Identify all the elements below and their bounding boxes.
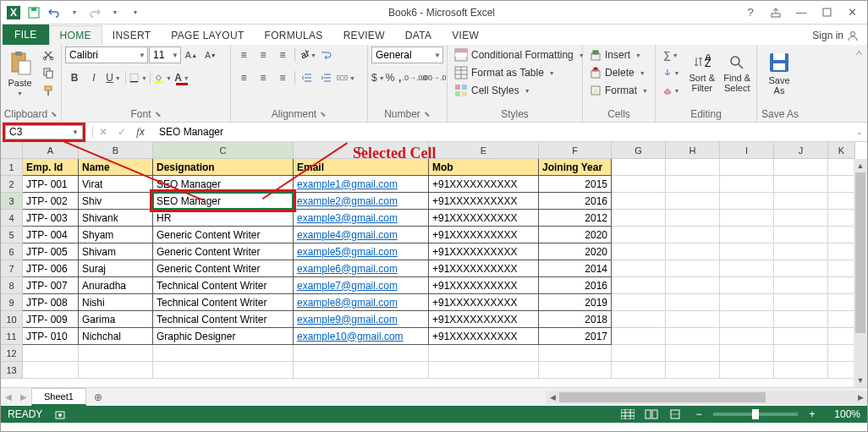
- cell-E11[interactable]: +91XXXXXXXXXX: [429, 328, 539, 345]
- cell-K6[interactable]: [828, 243, 855, 260]
- cell-B5[interactable]: Shyam: [79, 227, 153, 243]
- col-header-K[interactable]: K: [828, 142, 855, 159]
- cell-A13[interactable]: [23, 362, 79, 379]
- cell-H13[interactable]: [666, 362, 720, 379]
- ribbon-options-icon[interactable]: [764, 3, 788, 22]
- cell-B9[interactable]: Nishi: [79, 294, 153, 311]
- cell-I2[interactable]: [720, 176, 774, 193]
- cell-A9[interactable]: JTP- 008: [23, 294, 79, 311]
- fx-icon[interactable]: fx: [132, 124, 149, 139]
- cell-A2[interactable]: JTP- 001: [23, 176, 79, 193]
- cell-C4[interactable]: HR: [153, 210, 294, 227]
- cell-C1[interactable]: Designation: [153, 159, 294, 176]
- cell-B2[interactable]: Virat: [79, 176, 153, 193]
- cell-A3[interactable]: JTP- 002: [23, 193, 79, 210]
- row-header-1[interactable]: 1: [1, 159, 23, 176]
- cell-G5[interactable]: [612, 227, 666, 243]
- cell-K1[interactable]: [828, 159, 855, 176]
- cell-E7[interactable]: +91XXXXXXXXXX: [429, 260, 539, 277]
- cell-E13[interactable]: [429, 362, 539, 379]
- cell-G3[interactable]: [612, 193, 666, 210]
- zoom-level[interactable]: 100%: [827, 408, 860, 420]
- cell-C11[interactable]: Graphic Designer: [153, 328, 294, 345]
- bold-icon[interactable]: B: [65, 69, 84, 86]
- cell-I8[interactable]: [720, 277, 774, 294]
- font-color-icon[interactable]: A▼: [173, 69, 191, 86]
- page-break-view-icon[interactable]: [666, 407, 684, 421]
- clipboard-launcher-icon[interactable]: ⬊: [51, 110, 58, 118]
- cell-K13[interactable]: [828, 362, 855, 379]
- delete-cells-button[interactable]: Delete▼: [586, 64, 651, 81]
- cell-B13[interactable]: [79, 362, 153, 379]
- cell-J12[interactable]: [774, 345, 828, 362]
- font-name-combo[interactable]: Calibri▼: [65, 46, 148, 63]
- autosum-icon[interactable]: ∑▼: [659, 46, 683, 63]
- maximize-icon[interactable]: [815, 3, 838, 22]
- align-bottom-icon[interactable]: ≡: [273, 46, 292, 63]
- cell-E12[interactable]: [429, 345, 539, 362]
- row-header-11[interactable]: 11: [1, 328, 23, 345]
- cell-F4[interactable]: 2012: [539, 210, 612, 227]
- cell-K3[interactable]: [828, 193, 855, 210]
- cell-J5[interactable]: [774, 227, 828, 243]
- zoom-thumb[interactable]: [752, 409, 759, 419]
- sheet-nav-next-icon[interactable]: ▶: [16, 390, 31, 405]
- cut-icon[interactable]: [39, 46, 58, 63]
- cell-D8[interactable]: example7@gmail.com: [294, 277, 429, 294]
- cell-K4[interactable]: [828, 210, 855, 227]
- row-header-7[interactable]: 7: [1, 260, 23, 277]
- percent-icon[interactable]: %: [386, 69, 395, 86]
- enter-icon[interactable]: ✓: [113, 124, 130, 139]
- cell-H2[interactable]: [666, 176, 720, 193]
- cell-J11[interactable]: [774, 328, 828, 345]
- cell-F7[interactable]: 2014: [539, 260, 612, 277]
- cell-H11[interactable]: [666, 328, 720, 345]
- scroll-left-icon[interactable]: ◀: [546, 391, 559, 404]
- clear-icon[interactable]: ▼: [659, 82, 683, 99]
- cell-K2[interactable]: [828, 176, 855, 193]
- tab-view[interactable]: VIEW: [442, 26, 489, 45]
- hscroll-thumb[interactable]: [559, 392, 766, 402]
- cell-F12[interactable]: [539, 345, 612, 362]
- cell-E6[interactable]: +91XXXXXXXXXX: [429, 243, 539, 260]
- tab-data[interactable]: DATA: [395, 26, 442, 45]
- cell-J9[interactable]: [774, 294, 828, 311]
- cell-E5[interactable]: +91XXXXXXXXXX: [429, 227, 539, 243]
- cell-G13[interactable]: [612, 362, 666, 379]
- cell-C7[interactable]: Generic Content Writer: [153, 260, 294, 277]
- cell-K10[interactable]: [828, 311, 855, 328]
- sheet-nav-prev-icon[interactable]: ◀: [1, 390, 16, 405]
- cell-J10[interactable]: [774, 311, 828, 328]
- cell-G9[interactable]: [612, 294, 666, 311]
- cell-I3[interactable]: [720, 193, 774, 210]
- row-header-6[interactable]: 6: [1, 243, 23, 260]
- cell-J1[interactable]: [774, 159, 828, 176]
- col-header-I[interactable]: I: [720, 142, 774, 159]
- scroll-up-icon[interactable]: ▲: [854, 159, 867, 172]
- cell-K11[interactable]: [828, 328, 855, 345]
- cell-F6[interactable]: 2020: [539, 243, 612, 260]
- cell-E3[interactable]: +91XXXXXXXXXX: [429, 193, 539, 210]
- cell-H8[interactable]: [666, 277, 720, 294]
- cell-B11[interactable]: Nichchal: [79, 328, 153, 345]
- cell-B3[interactable]: Shiv: [79, 193, 153, 210]
- cell-K5[interactable]: [828, 227, 855, 243]
- row-header-8[interactable]: 8: [1, 277, 23, 294]
- cell-D2[interactable]: example1@gmail.com: [294, 176, 429, 193]
- cell-H7[interactable]: [666, 260, 720, 277]
- cell-G2[interactable]: [612, 176, 666, 193]
- align-right-icon[interactable]: ≡: [273, 69, 292, 86]
- cell-G8[interactable]: [612, 277, 666, 294]
- sign-in[interactable]: Sign in: [804, 26, 867, 45]
- cell-J8[interactable]: [774, 277, 828, 294]
- cell-B6[interactable]: Shivam: [79, 243, 153, 260]
- number-format-combo[interactable]: General▼: [371, 46, 443, 63]
- cell-C8[interactable]: Technical Content Writer: [153, 277, 294, 294]
- orientation-icon[interactable]: ab▼: [298, 46, 316, 63]
- cell-H12[interactable]: [666, 345, 720, 362]
- cell-B7[interactable]: Suraj: [79, 260, 153, 277]
- cell-D11[interactable]: example10@gmail.com: [294, 328, 429, 345]
- sort-filter-button[interactable]: AZSort & Filter: [686, 46, 718, 101]
- row-header-4[interactable]: 4: [1, 210, 23, 227]
- cell-A7[interactable]: JTP- 006: [23, 260, 79, 277]
